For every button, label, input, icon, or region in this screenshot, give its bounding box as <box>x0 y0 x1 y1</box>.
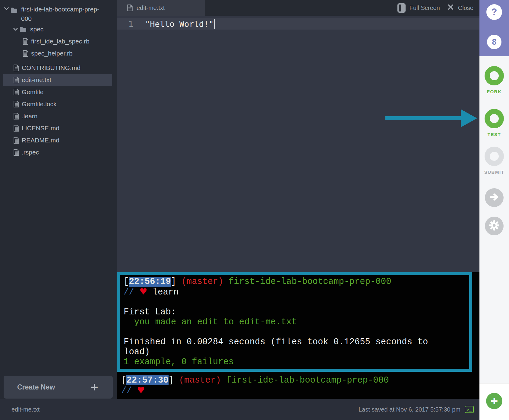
terminal-line: load) <box>124 347 466 357</box>
tree-file-.rspec[interactable]: .rspec <box>3 146 112 158</box>
ide-window: first-ide-lab-bootcamp-prep-000specfirst… <box>0 0 509 420</box>
test-output-highlight-box: [22:56:19] (master) first-ide-lab-bootca… <box>117 272 472 372</box>
fork-button[interactable]: FORK <box>485 66 504 94</box>
annotation-arrow-pointing-at-test <box>461 109 477 127</box>
tree-file-.learn[interactable]: .learn <box>3 110 112 122</box>
gear-icon <box>488 220 500 232</box>
terminal-line <box>124 297 466 307</box>
file-label: spec_helper.rb <box>31 50 73 57</box>
tree-file-Gemfile.lock[interactable]: Gemfile.lock <box>3 98 112 110</box>
terminal-line: // ♥ learn <box>124 287 466 297</box>
editor-active-line[interactable]: 1 "Hello World!" <box>117 18 479 30</box>
help-button[interactable]: ? <box>486 4 502 20</box>
tree-file-edit-me.txt[interactable]: edit-me.txt <box>3 74 112 86</box>
tree-file-spec_helper.rb[interactable]: spec_helper.rb <box>3 47 112 59</box>
fullscreen-button[interactable]: Full Screen <box>397 3 440 13</box>
header-actions: Full Screen Close <box>397 0 473 16</box>
tree-folder-spec[interactable]: spec <box>3 23 112 35</box>
file-label: .rspec <box>22 149 39 156</box>
next-button[interactable] <box>485 188 504 207</box>
file-icon <box>23 50 28 57</box>
file-icon <box>14 65 19 71</box>
submit-circle-icon <box>485 147 504 166</box>
terminal-session-2: [22:57:30] (master) first-ide-lab-bootca… <box>117 372 479 396</box>
terminal-line: 1 example, 0 failures <box>124 357 466 367</box>
terminal-line: // ♥ <box>121 385 479 396</box>
sidebar-footer: + <box>479 383 509 420</box>
tree-file-LICENSE.md[interactable]: LICENSE.md <box>3 122 112 134</box>
add-button[interactable]: + <box>486 393 502 409</box>
file-label: LICENSE.md <box>22 125 59 132</box>
fullscreen-icon <box>397 3 406 13</box>
create-new-button[interactable]: Create New + <box>4 376 113 399</box>
help-section: ? 8 <box>479 0 509 56</box>
fork-circle-icon <box>485 66 504 85</box>
file-label: CONTRIBUTING.md <box>22 64 81 72</box>
action-label: TEST <box>488 132 501 137</box>
close-button[interactable]: Close <box>447 4 473 12</box>
file-label: spec <box>30 26 43 33</box>
chevron-down-icon <box>13 28 18 31</box>
file-icon <box>14 137 19 144</box>
file-label: .learn <box>22 113 38 120</box>
file-icon <box>14 113 19 119</box>
actions-sidebar: ? 8 FORKTESTSUBMIT <box>479 0 509 420</box>
code-editor[interactable]: 1 "Hello World!" <box>117 16 479 272</box>
file-icon <box>14 101 19 107</box>
close-icon <box>447 4 454 12</box>
file-label: edit-me.txt <box>22 76 51 84</box>
tree-file-Gemfile[interactable]: Gemfile <box>3 86 112 98</box>
text-cursor <box>214 19 215 29</box>
terminal-line: Finished in 0.00284 seconds (files took … <box>124 337 466 347</box>
file-label: Gemfile.lock <box>22 100 57 108</box>
terminal-line <box>124 327 466 337</box>
terminal-line: First Lab: <box>124 307 466 317</box>
tab-edit-me[interactable]: edit-me.txt <box>117 0 205 16</box>
close-label: Close <box>458 5 473 11</box>
file-label: first-ide-lab-bootcamp-prep-000 <box>21 5 109 23</box>
tab-label: edit-me.txt <box>137 5 165 11</box>
file-label: first_ide_lab_spec.rb <box>31 38 90 45</box>
test-button[interactable]: TEST <box>485 109 504 137</box>
file-tree-sidebar: first-ide-lab-bootcamp-prep-000specfirst… <box>0 0 117 399</box>
notification-badge[interactable]: 8 <box>487 35 501 49</box>
tree-folder-first-ide-lab-bootcamp-prep-000[interactable]: first-ide-lab-bootcamp-prep-000 <box>3 3 112 23</box>
terminal-prompt-icon[interactable]: >_ <box>465 406 474 413</box>
file-icon <box>14 125 19 132</box>
action-label: SUBMIT <box>484 170 504 175</box>
test-circle-icon <box>485 109 504 128</box>
lab-actions-section: FORKTESTSUBMIT <box>479 56 509 383</box>
create-new-label: Create New <box>17 383 55 391</box>
terminal-panel[interactable]: [22:56:19] (master) first-ide-lab-bootca… <box>117 272 479 399</box>
terminal-line: [22:56:19] (master) first-ide-lab-bootca… <box>124 277 466 287</box>
arrow-right-icon <box>489 192 500 204</box>
line-number: 1 <box>117 19 133 29</box>
tab-bar: edit-me.txt Full Screen Close <box>117 0 479 16</box>
folder-icon <box>11 7 17 13</box>
file-icon <box>23 38 28 45</box>
terminal-line: [22:57:30] (master) first-ide-lab-bootca… <box>121 375 479 385</box>
last-saved-text: Last saved at Nov 6, 2017 5:57:30 pm <box>359 406 460 413</box>
code-text: "Hello World!" <box>145 19 214 29</box>
file-icon <box>14 77 19 83</box>
terminal-line: you made an edit to edit-me.txt <box>124 317 466 327</box>
terminal-session-1: [22:56:19] (master) first-ide-lab-bootca… <box>124 277 466 367</box>
tree-file-first_ide_lab_spec.rb[interactable]: first_ide_lab_spec.rb <box>3 35 112 47</box>
status-bar: edit-me.txt Last saved at Nov 6, 2017 5:… <box>0 399 479 420</box>
file-label: README.md <box>22 137 59 144</box>
tree-file-CONTRIBUTING.md[interactable]: CONTRIBUTING.md <box>3 62 112 74</box>
save-status: Last saved at Nov 6, 2017 5:57:30 pm >_ <box>359 406 474 413</box>
fullscreen-label: Full Screen <box>409 5 440 11</box>
file-icon <box>14 89 19 95</box>
file-label: Gemfile <box>22 88 43 96</box>
file-tree: first-ide-lab-bootcamp-prep-000specfirst… <box>0 0 117 158</box>
settings-button[interactable] <box>485 217 504 235</box>
file-icon <box>14 149 19 156</box>
plus-icon: + <box>90 380 98 394</box>
annotation-arrow-shaft <box>385 116 461 120</box>
tree-file-README.md[interactable]: README.md <box>3 134 112 146</box>
submit-button[interactable]: SUBMIT <box>484 147 504 175</box>
file-icon <box>127 5 133 11</box>
action-label: FORK <box>487 89 502 94</box>
chevron-down-icon <box>4 7 9 10</box>
